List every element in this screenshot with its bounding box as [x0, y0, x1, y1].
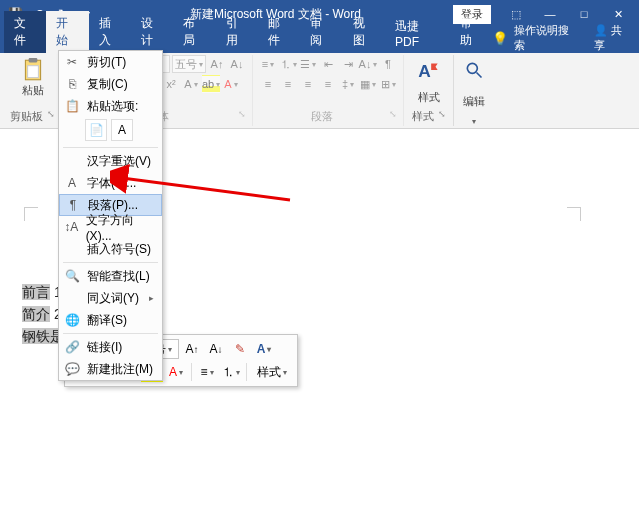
menu-translate[interactable]: 🌐翻译(S): [59, 309, 162, 331]
group-editing: 编辑 ▾: [454, 55, 494, 126]
copy-icon: ⎘: [63, 77, 81, 91]
mini-grow-font[interactable]: A↑: [181, 339, 203, 359]
mini-numbering[interactable]: ⒈: [220, 362, 242, 382]
svg-rect-1: [28, 58, 37, 62]
translate-icon: 🌐: [63, 313, 81, 327]
styles-button[interactable]: A: [415, 55, 443, 85]
show-marks-button[interactable]: ¶: [379, 55, 397, 73]
menu-separator-2: [63, 262, 158, 263]
tell-me-search[interactable]: 操作说明搜索: [514, 23, 574, 53]
text-effect-button[interactable]: A: [182, 75, 200, 93]
menu-insert-symbol[interactable]: 插入符号(S): [59, 238, 162, 260]
line-spacing-button[interactable]: ‡: [339, 75, 357, 93]
paste-button[interactable]: 粘贴: [10, 55, 55, 100]
sort-button[interactable]: A↓: [359, 55, 377, 73]
borders-button[interactable]: ⊞: [379, 75, 397, 93]
comment-icon: 💬: [63, 362, 81, 376]
menu-separator: [63, 147, 158, 148]
menu-copy[interactable]: ⎘复制(C): [59, 73, 162, 95]
menu-smart-lookup[interactable]: 🔍智能查找(L): [59, 265, 162, 287]
search-icon: 🔍: [63, 269, 81, 283]
multilevel-button[interactable]: ☰: [299, 55, 317, 73]
tab-layout[interactable]: 布局: [173, 11, 215, 53]
svg-text:A: A: [418, 61, 431, 81]
align-center-button[interactable]: ≡: [279, 75, 297, 93]
paragraph-icon: ¶: [64, 198, 82, 212]
tab-review[interactable]: 审阅: [300, 11, 342, 53]
mini-font-color[interactable]: A: [165, 362, 187, 382]
styles-button-label: 样式: [418, 90, 440, 105]
margin-mark-tl: [24, 207, 38, 221]
menu-font[interactable]: A字体(F)...: [59, 172, 162, 194]
menu-chinese-reselect[interactable]: 汉字重选(V): [59, 150, 162, 172]
tab-mailings[interactable]: 邮件: [258, 11, 300, 53]
tab-design[interactable]: 设计: [131, 11, 173, 53]
clipboard-launcher[interactable]: ⤡: [47, 109, 55, 119]
align-left-button[interactable]: ≡: [259, 75, 277, 93]
tab-references[interactable]: 引用: [216, 11, 258, 53]
styles-group-label: 样式: [412, 110, 434, 122]
context-menu: ✂剪切(T) ⎘复制(C) 📋粘贴选项: 📄 A 汉字重选(V) A字体(F).…: [58, 50, 163, 381]
menu-text-direction[interactable]: ↕A文字方向(X)...: [59, 216, 162, 238]
shading-button[interactable]: ▦: [359, 75, 377, 93]
menu-link[interactable]: 🔗链接(I): [59, 336, 162, 358]
link-icon: 🔗: [63, 340, 81, 354]
tell-me-icon: 💡: [492, 31, 508, 46]
font-color-button[interactable]: A: [222, 75, 240, 93]
paste-text-only[interactable]: A: [111, 119, 133, 141]
cut-icon: ✂: [63, 55, 81, 69]
grow-font-button[interactable]: A↑: [208, 55, 226, 73]
mini-bullets[interactable]: ≡: [196, 362, 218, 382]
paste-icon-small: 📋: [63, 99, 81, 113]
font-size-combo[interactable]: 五号: [172, 55, 206, 73]
paragraph-group-label: 段落: [311, 110, 333, 122]
menu-cut[interactable]: ✂剪切(T): [59, 51, 162, 73]
group-paragraph: ≡ ⒈ ☰ ⇤ ⇥ A↓ ¶ ≡ ≡ ≡ ≡ ‡ ▦ ⊞ 段落⤡: [253, 55, 404, 126]
mini-styles-button[interactable]: 样式: [251, 362, 293, 382]
mini-sep: [191, 363, 192, 381]
font-icon: A: [63, 176, 81, 190]
shrink-font-button[interactable]: A↓: [228, 55, 246, 73]
tab-insert[interactable]: 插入: [89, 11, 131, 53]
indent-dec-button[interactable]: ⇤: [319, 55, 337, 73]
numbering-button[interactable]: ⒈: [279, 55, 297, 73]
font-launcher[interactable]: ⤡: [238, 109, 246, 119]
styles-launcher[interactable]: ⤡: [438, 109, 446, 119]
paste-label: 粘贴: [22, 83, 44, 98]
find-icon: [464, 60, 484, 80]
menu-synonyms[interactable]: 同义词(Y)▸: [59, 287, 162, 309]
highlight-button[interactable]: ab: [202, 75, 220, 93]
margin-mark-tr: [567, 207, 581, 221]
paste-keep-formatting[interactable]: 📄: [85, 119, 107, 141]
indent-inc-button[interactable]: ⇥: [339, 55, 357, 73]
mini-sep-2: [246, 363, 247, 381]
justify-button[interactable]: ≡: [319, 75, 337, 93]
svg-point-4: [467, 63, 477, 73]
tab-help[interactable]: 帮助: [450, 11, 492, 53]
clipboard-group-label: 剪贴板: [10, 110, 43, 122]
tab-home[interactable]: 开始: [46, 11, 88, 53]
editing-button[interactable]: [460, 55, 488, 85]
bullets-button[interactable]: ≡: [259, 55, 277, 73]
svg-line-5: [477, 73, 482, 78]
align-right-button[interactable]: ≡: [299, 75, 317, 93]
styles-icon: A: [416, 57, 442, 83]
menu-paste-options-label: 📋粘贴选项:: [59, 95, 162, 117]
tab-view[interactable]: 视图: [343, 11, 385, 53]
svg-rect-2: [27, 66, 38, 78]
share-button[interactable]: 👤 共享: [594, 23, 629, 53]
mini-shrink-font[interactable]: A↓: [205, 339, 227, 359]
menu-separator-3: [63, 333, 158, 334]
menu-new-comment[interactable]: 💬新建批注(M): [59, 358, 162, 380]
paste-icon: [20, 57, 46, 83]
editing-button-label: 编辑: [460, 94, 488, 109]
mini-format-painter[interactable]: ✎: [229, 339, 251, 359]
sub-super-button[interactable]: x²: [162, 75, 180, 93]
group-styles: A 样式 样式⤡: [404, 55, 454, 126]
text-direction-icon: ↕A: [63, 220, 80, 234]
tab-xunjie-pdf[interactable]: 迅捷PDF: [385, 14, 450, 53]
mini-styles-a[interactable]: A: [253, 339, 275, 359]
tab-file[interactable]: 文件: [4, 11, 46, 53]
paragraph-launcher[interactable]: ⤡: [389, 109, 397, 119]
